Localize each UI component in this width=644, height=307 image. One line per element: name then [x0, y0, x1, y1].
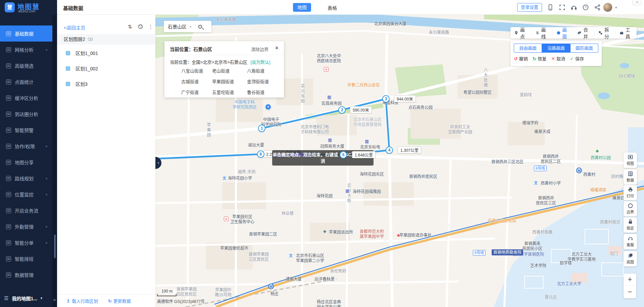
zoom-in-button[interactable]: + — [624, 273, 636, 286]
headset-icon[interactable] — [571, 4, 577, 11]
layer-color-swatch[interactable] — [66, 82, 70, 86]
zoom-out-button[interactable]: − — [624, 286, 636, 298]
street-link[interactable]: 古城街道 — [181, 78, 212, 84]
route-point-2[interactable]: 2 — [338, 106, 346, 114]
avatar-caret-icon[interactable]: ▾ — [615, 5, 617, 10]
sidebar-item-14[interactable]: 智能分单∨ — [0, 235, 52, 251]
action-取消[interactable]: ✕取消 — [551, 55, 565, 62]
layer-item[interactable]: 区划1_001 — [57, 46, 155, 60]
chevron-down-icon[interactable]: ∨ — [189, 25, 192, 28]
tab-map[interactable]: 地图 — [293, 3, 311, 12]
mode-自由画面[interactable]: 自由画面 — [514, 44, 542, 53]
map-label: 西黄村公园 — [591, 156, 611, 161]
my-map-label: 我的地图1... — [12, 295, 37, 302]
sidebar-item-8[interactable]: 协作/权限∨ — [0, 138, 52, 154]
close-icon[interactable]: × — [275, 45, 279, 52]
sidebar-item-3[interactable]: 高级筛选 — [0, 58, 52, 74]
rail-data-button[interactable]: 数据 — [624, 169, 637, 185]
layer-group-row[interactable]: 区划图层2（3） — [57, 34, 155, 45]
sidebar-item-10[interactable]: 路线规划∨ — [0, 170, 52, 186]
rail-view-button[interactable]: 视图 — [624, 152, 637, 168]
street-link[interactable]: 八角街道 — [247, 67, 279, 74]
route-point-6[interactable]: 6 — [257, 150, 264, 158]
draw-tool-sline[interactable]: S画线 — [531, 29, 552, 36]
map-label: 苹果园社区 卫生服务中心 — [230, 214, 254, 225]
help-icon[interactable]: ? — [582, 4, 589, 11]
clear-boundary-button[interactable]: 清除边界 — [251, 46, 268, 52]
map-label: 晋元庄 — [545, 295, 557, 300]
share-icon[interactable] — [594, 4, 601, 11]
street-link[interactable]: 八宝山街道 — [181, 67, 212, 74]
sidebar-item-4[interactable]: 点面统计 — [0, 74, 52, 90]
sidebar-item-6[interactable]: 到达圈分析 — [0, 106, 52, 122]
rail-print-button[interactable]: 打印 — [624, 185, 637, 200]
layer-item[interactable]: 区划3 — [57, 76, 155, 91]
tab-table[interactable]: 表格 — [328, 4, 337, 11]
draw-toolbar: 画点S画线画面合并拆分工具 — [510, 27, 637, 39]
layer-color-swatch[interactable] — [66, 51, 70, 55]
load-admin-button[interactable]: ↥载入行政区划 — [66, 298, 98, 304]
sidebar-item-1[interactable]: 基础数据 — [0, 25, 57, 42]
map-label: 早春二月西山会馆 — [347, 83, 380, 88]
route-point-5[interactable]: 5 — [340, 151, 347, 159]
action-撤销[interactable]: ↺撤销 — [514, 55, 528, 62]
sidebar-item-15[interactable]: 智能排班 — [0, 251, 52, 267]
draw-tool-tool[interactable]: 工具 — [615, 29, 637, 36]
action-保存[interactable]: ✓保存 — [570, 55, 584, 62]
street-link[interactable]: 老山街道 — [212, 67, 247, 74]
sidebar-item-12[interactable]: 开店业务流 — [0, 202, 52, 219]
street-link[interactable]: 苹果园街道 — [212, 78, 247, 84]
sidebar-item-9[interactable]: 地图分享 — [0, 154, 52, 170]
fullscreen-icon[interactable] — [559, 4, 565, 11]
map-canvas[interactable]: 永引渠南路永引渠南路北京奥园美谷大厦北京八大处中 西医结合医院早春二月西山会馆海… — [155, 15, 644, 307]
rail-lock-button[interactable]: 锁定 — [624, 217, 637, 233]
sort-icon[interactable]: ⇅ — [127, 24, 133, 30]
action-恢复[interactable]: ↻恢复 — [533, 55, 547, 62]
set-default-link[interactable]: [设为默认] — [250, 60, 270, 65]
location-breadcrumb: 当前位置：全国>北京>北京市>石景山区 [设为默认] — [170, 59, 270, 65]
draw-tool-merge[interactable]: 合并 — [573, 29, 594, 36]
route-point-4[interactable]: 4 — [386, 146, 393, 154]
layer-name: 区划3 — [76, 80, 88, 87]
my-map-switcher[interactable]: ☰ 我的地图1... ▼ — [0, 292, 57, 304]
back-home-link[interactable]: <返回主页 — [64, 24, 85, 31]
sidebar-item-11[interactable]: 位置监控∨ — [0, 186, 52, 202]
search-keyword[interactable]: 石景山区 — [168, 23, 187, 30]
map-label: 北门 — [610, 251, 618, 256]
sidebar-item-16[interactable]: 数据管理 — [0, 267, 52, 283]
flask-icon: ✦ — [265, 104, 271, 110]
street-link[interactable]: 金顶街街道 — [247, 78, 279, 84]
sidebar-item-icon — [6, 256, 11, 261]
route-point-3[interactable]: 3 — [382, 95, 390, 103]
search-icon[interactable] — [198, 25, 202, 28]
more-options-icon[interactable]: ⋮ — [148, 24, 154, 30]
header-collapse-tab[interactable]: « — [632, 0, 642, 5]
street-link[interactable]: 鲁谷街道 — [247, 89, 279, 95]
update-data-button[interactable]: ↻更新数据 — [108, 298, 131, 304]
sidebar-item-2[interactable]: 网格分析∨ — [0, 42, 52, 58]
draw-tool-pin[interactable]: 画点 — [510, 29, 531, 36]
login-settings-button[interactable]: 登录设置 — [517, 3, 542, 12]
route-point-1[interactable]: 1 — [258, 125, 265, 132]
sidebar-scrollbar[interactable] — [54, 235, 56, 258]
layer-color-swatch[interactable] — [66, 66, 70, 71]
district-search-box[interactable]: 石景山区 ∨ — [164, 21, 211, 32]
app-logo[interactable]: 慧 地图慧 dituhui.com — [0, 0, 57, 15]
street-link[interactable]: 五里坨街道 — [212, 89, 247, 95]
sidebar-item-5[interactable]: 缓冲区分析 — [0, 90, 52, 106]
sidebar-item-13[interactable]: 外勤管理∨ — [0, 219, 52, 235]
mode-沿路画面[interactable]: 沿路画面 — [542, 44, 570, 53]
sidebar-item-7[interactable]: 智能预警 — [0, 122, 52, 138]
mobile-icon[interactable] — [547, 4, 554, 11]
mode-圆形画面[interactable]: 圆形画面 — [570, 44, 598, 53]
avatar[interactable] — [603, 3, 612, 12]
street-link[interactable]: 广宁街道 — [181, 89, 212, 95]
action-icon: ↺ — [514, 56, 518, 61]
palette-icon[interactable] — [137, 24, 143, 30]
rail-service-button[interactable]: 客服 — [624, 234, 637, 249]
draw-tool-split[interactable]: 拆分 — [594, 29, 615, 36]
draw-tool-poly[interactable]: 画面 — [552, 29, 574, 36]
rail-bound-button[interactable]: 边界 — [624, 201, 637, 217]
layer-item[interactable]: 区划1_002 — [57, 61, 155, 76]
rail-basemap-button[interactable]: 底图 — [624, 251, 637, 266]
